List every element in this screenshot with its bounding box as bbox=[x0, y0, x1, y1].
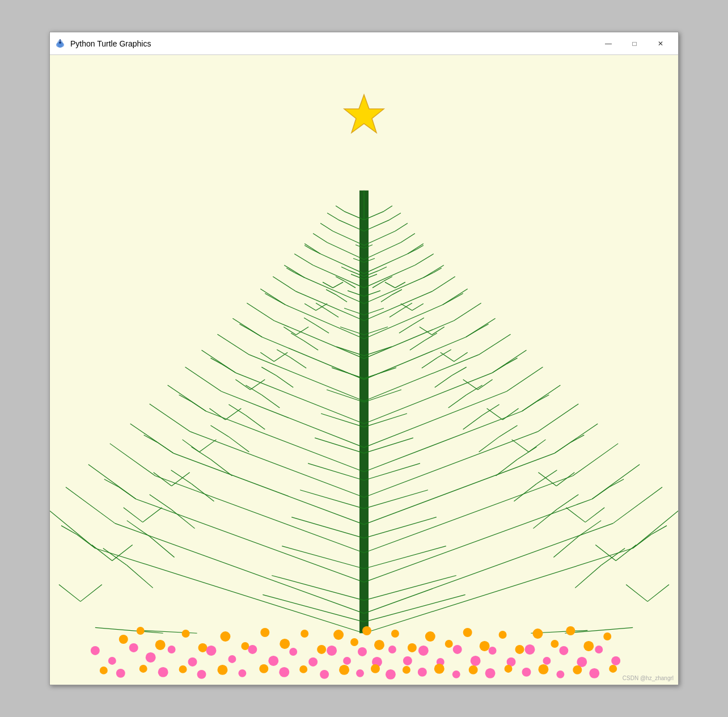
svg-point-279 bbox=[241, 642, 249, 650]
svg-line-242 bbox=[463, 379, 478, 390]
svg-line-61 bbox=[507, 367, 543, 391]
svg-line-149 bbox=[578, 521, 601, 537]
svg-line-253 bbox=[172, 473, 190, 486]
window-title: Python Turtle Graphics bbox=[70, 39, 595, 48]
svg-line-13 bbox=[390, 213, 401, 220]
svg-point-358 bbox=[589, 668, 599, 678]
svg-line-143 bbox=[150, 495, 171, 509]
svg-point-346 bbox=[386, 669, 396, 680]
svg-line-93 bbox=[378, 267, 387, 271]
svg-point-304 bbox=[146, 652, 156, 663]
svg-point-295 bbox=[515, 645, 524, 654]
svg-line-168 bbox=[466, 330, 479, 337]
svg-line-235 bbox=[432, 327, 445, 335]
svg-line-164 bbox=[443, 298, 454, 305]
close-button[interactable]: ✕ bbox=[647, 32, 674, 55]
svg-point-277 bbox=[198, 643, 208, 652]
svg-line-110 bbox=[303, 340, 318, 350]
svg-point-317 bbox=[388, 646, 396, 653]
svg-line-21 bbox=[401, 234, 415, 243]
svg-point-329 bbox=[595, 646, 603, 653]
svg-line-228 bbox=[304, 303, 316, 310]
svg-point-290 bbox=[425, 631, 435, 642]
svg-point-284 bbox=[333, 630, 344, 640]
svg-point-287 bbox=[374, 640, 384, 650]
svg-point-273 bbox=[119, 635, 128, 644]
svg-point-300 bbox=[603, 632, 611, 640]
svg-line-246 bbox=[487, 408, 503, 420]
svg-line-172 bbox=[493, 364, 506, 373]
svg-point-285 bbox=[350, 638, 358, 646]
svg-line-212 bbox=[308, 463, 364, 480]
svg-line-215 bbox=[364, 490, 428, 509]
svg-line-72 bbox=[364, 453, 555, 525]
svg-line-87 bbox=[50, 511, 95, 549]
svg-point-311 bbox=[289, 648, 297, 656]
svg-line-134 bbox=[210, 459, 232, 476]
svg-point-294 bbox=[499, 631, 507, 639]
maximize-button[interactable]: □ bbox=[621, 32, 647, 55]
svg-line-249 bbox=[200, 440, 217, 452]
svg-line-176 bbox=[522, 402, 536, 411]
svg-line-67 bbox=[150, 404, 191, 432]
svg-line-174 bbox=[192, 402, 206, 411]
svg-line-226 bbox=[385, 282, 395, 288]
svg-line-243 bbox=[478, 379, 493, 390]
svg-line-140 bbox=[514, 484, 537, 501]
svg-point-335 bbox=[179, 665, 187, 673]
svg-line-66 bbox=[191, 432, 364, 497]
svg-point-352 bbox=[485, 668, 496, 678]
minimize-button[interactable]: — bbox=[595, 32, 621, 55]
svg-line-163 bbox=[265, 293, 274, 298]
svg-line-245 bbox=[225, 408, 241, 420]
svg-line-250 bbox=[512, 440, 529, 452]
svg-line-30 bbox=[304, 277, 364, 303]
svg-point-315 bbox=[358, 647, 367, 656]
svg-line-43 bbox=[247, 303, 274, 320]
svg-line-64 bbox=[364, 411, 522, 472]
svg-line-184 bbox=[592, 487, 609, 499]
svg-line-170 bbox=[222, 364, 235, 373]
svg-line-167 bbox=[239, 324, 249, 330]
svg-line-165 bbox=[454, 293, 463, 298]
svg-line-254 bbox=[538, 473, 556, 486]
svg-line-127 bbox=[228, 404, 246, 415]
svg-line-107 bbox=[304, 318, 315, 324]
svg-point-322 bbox=[471, 656, 481, 666]
svg-line-36 bbox=[364, 291, 433, 320]
svg-line-44 bbox=[364, 320, 454, 358]
svg-point-276 bbox=[182, 630, 190, 638]
star-decoration bbox=[341, 92, 387, 140]
svg-point-289 bbox=[408, 643, 417, 652]
svg-line-116 bbox=[422, 357, 438, 368]
svg-point-359 bbox=[609, 665, 617, 673]
svg-point-342 bbox=[320, 670, 329, 679]
svg-line-237 bbox=[274, 352, 287, 361]
svg-line-251 bbox=[528, 440, 545, 452]
svg-point-301 bbox=[91, 646, 100, 655]
window-controls: — □ ✕ bbox=[595, 32, 674, 55]
svg-line-261 bbox=[112, 545, 133, 561]
svg-line-208 bbox=[321, 414, 364, 427]
svg-line-77 bbox=[573, 444, 618, 476]
application-window: Python Turtle Graphics — □ ✕ .branch { s… bbox=[49, 32, 679, 685]
svg-line-70 bbox=[173, 453, 364, 525]
svg-line-123 bbox=[246, 385, 261, 395]
svg-point-291 bbox=[445, 640, 453, 648]
svg-line-9 bbox=[384, 206, 392, 212]
svg-line-178 bbox=[158, 442, 173, 453]
svg-point-314 bbox=[343, 657, 351, 665]
svg-point-336 bbox=[197, 670, 206, 679]
svg-line-186 bbox=[77, 535, 95, 549]
svg-point-318 bbox=[403, 656, 412, 665]
svg-line-219 bbox=[364, 546, 446, 569]
svg-line-62 bbox=[206, 411, 364, 472]
svg-line-118 bbox=[276, 376, 293, 387]
svg-line-173 bbox=[506, 358, 518, 364]
svg-line-121 bbox=[452, 367, 467, 376]
svg-line-218 bbox=[282, 546, 364, 569]
svg-point-347 bbox=[403, 666, 410, 674]
svg-line-204 bbox=[332, 368, 364, 378]
svg-point-309 bbox=[248, 645, 257, 654]
svg-line-16 bbox=[364, 231, 395, 246]
